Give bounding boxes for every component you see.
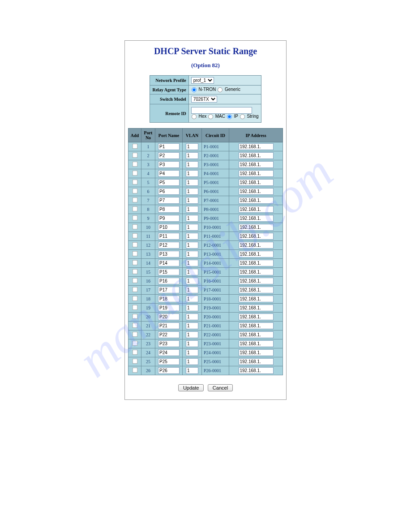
add-checkbox[interactable] (132, 368, 137, 373)
ip-input[interactable] (239, 313, 274, 320)
ip-input[interactable] (239, 197, 274, 204)
port-name-input[interactable] (158, 349, 180, 356)
ip-input[interactable] (239, 179, 274, 186)
port-name-input[interactable] (158, 305, 180, 311)
vlan-input[interactable] (186, 152, 198, 159)
add-checkbox[interactable] (132, 215, 137, 221)
vlan-input[interactable] (186, 143, 198, 150)
vlan-input[interactable] (186, 269, 198, 275)
cancel-button[interactable]: Cancel (208, 384, 233, 391)
add-checkbox[interactable] (132, 144, 137, 149)
remote-id-mac-radio[interactable] (208, 114, 213, 119)
port-name-input[interactable] (158, 331, 180, 338)
port-name-input[interactable] (158, 215, 180, 222)
add-checkbox[interactable] (132, 305, 137, 310)
add-checkbox[interactable] (132, 153, 137, 158)
port-name-input[interactable] (158, 242, 180, 249)
port-name-input[interactable] (158, 296, 180, 302)
port-name-input[interactable] (158, 188, 180, 195)
vlan-input[interactable] (186, 358, 198, 365)
ip-input[interactable] (239, 269, 274, 275)
ip-input[interactable] (239, 152, 274, 159)
ip-input[interactable] (239, 340, 274, 347)
add-checkbox[interactable] (132, 162, 137, 167)
ip-input[interactable] (239, 242, 274, 249)
port-name-input[interactable] (158, 152, 180, 159)
vlan-input[interactable] (186, 179, 198, 186)
add-checkbox[interactable] (132, 341, 137, 346)
port-name-input[interactable] (158, 179, 180, 186)
ip-input[interactable] (239, 224, 274, 231)
add-checkbox[interactable] (132, 189, 137, 194)
ip-input[interactable] (239, 305, 274, 311)
switch-model-select[interactable]: 7026TX (191, 96, 217, 103)
add-checkbox[interactable] (132, 359, 137, 364)
vlan-input[interactable] (186, 260, 198, 266)
ip-input[interactable] (239, 367, 274, 374)
vlan-input[interactable] (186, 170, 198, 177)
port-name-input[interactable] (158, 224, 180, 231)
ip-input[interactable] (239, 233, 274, 240)
vlan-input[interactable] (186, 197, 198, 204)
ip-input[interactable] (239, 260, 274, 266)
vlan-input[interactable] (186, 313, 198, 320)
add-checkbox[interactable] (132, 332, 137, 337)
add-checkbox[interactable] (132, 233, 137, 239)
port-name-input[interactable] (158, 340, 180, 347)
ip-input[interactable] (239, 331, 274, 338)
vlan-input[interactable] (186, 188, 198, 195)
add-checkbox[interactable] (132, 296, 137, 301)
vlan-input[interactable] (186, 296, 198, 302)
vlan-input[interactable] (186, 322, 198, 329)
port-name-input[interactable] (158, 367, 180, 374)
ip-input[interactable] (239, 206, 274, 213)
add-checkbox[interactable] (132, 197, 137, 203)
ip-input[interactable] (239, 215, 274, 222)
add-checkbox[interactable] (132, 323, 137, 328)
vlan-input[interactable] (186, 340, 198, 347)
port-name-input[interactable] (158, 206, 180, 213)
remote-id-string-radio[interactable] (240, 114, 245, 119)
network-profile-select[interactable]: prof_1 (191, 77, 214, 84)
relay-agent-ntron-radio[interactable] (192, 87, 197, 92)
add-checkbox[interactable] (132, 269, 137, 275)
vlan-input[interactable] (186, 331, 198, 338)
vlan-input[interactable] (186, 305, 198, 311)
port-name-input[interactable] (158, 170, 180, 177)
ip-input[interactable] (239, 170, 274, 177)
port-name-input[interactable] (158, 143, 180, 150)
ip-input[interactable] (239, 287, 274, 293)
add-checkbox[interactable] (132, 314, 137, 319)
port-name-input[interactable] (158, 197, 180, 204)
vlan-input[interactable] (186, 367, 198, 374)
vlan-input[interactable] (186, 215, 198, 222)
port-name-input[interactable] (158, 287, 180, 293)
add-checkbox[interactable] (132, 278, 137, 283)
vlan-input[interactable] (186, 287, 198, 293)
port-name-input[interactable] (158, 278, 180, 284)
ip-input[interactable] (239, 358, 274, 365)
relay-agent-generic-radio[interactable] (218, 87, 223, 92)
ip-input[interactable] (239, 296, 274, 302)
port-name-input[interactable] (158, 322, 180, 329)
ip-input[interactable] (239, 278, 274, 284)
ip-input[interactable] (239, 143, 274, 150)
remote-id-hex-radio[interactable] (192, 114, 197, 119)
vlan-input[interactable] (186, 251, 198, 257)
remote-id-input[interactable] (191, 107, 252, 114)
vlan-input[interactable] (186, 224, 198, 231)
port-name-input[interactable] (158, 161, 180, 168)
update-button[interactable]: Update (178, 384, 204, 391)
ip-input[interactable] (239, 188, 274, 195)
vlan-input[interactable] (186, 242, 198, 249)
port-name-input[interactable] (158, 313, 180, 320)
vlan-input[interactable] (186, 161, 198, 168)
ip-input[interactable] (239, 322, 274, 329)
add-checkbox[interactable] (132, 224, 137, 230)
add-checkbox[interactable] (132, 206, 137, 212)
ip-input[interactable] (239, 349, 274, 356)
vlan-input[interactable] (186, 233, 198, 240)
add-checkbox[interactable] (132, 350, 137, 355)
port-name-input[interactable] (158, 251, 180, 257)
vlan-input[interactable] (186, 206, 198, 213)
